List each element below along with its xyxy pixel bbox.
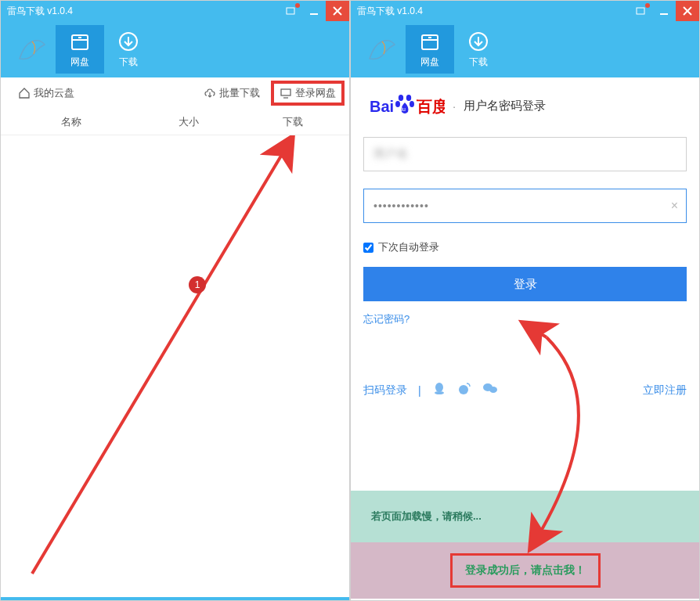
pan-icon-r xyxy=(419,31,441,52)
svg-point-24 xyxy=(406,95,411,101)
step-badge-1: 1 xyxy=(189,276,206,293)
svg-point-26 xyxy=(410,101,414,107)
qr-login-link[interactable]: 扫码登录 xyxy=(363,383,407,398)
tab-pan[interactable]: 网盘 xyxy=(56,25,104,74)
tab-download-r[interactable]: 下载 xyxy=(454,25,503,74)
notify-button[interactable] xyxy=(279,1,302,21)
window-left: 雷鸟下载 v1.0.4 xyxy=(0,0,350,601)
notify-dot-icon xyxy=(295,3,300,8)
wechat-icon[interactable] xyxy=(482,381,498,399)
login-button[interactable]: 登录 xyxy=(363,267,687,301)
svg-rect-13 xyxy=(637,8,644,14)
app-logo xyxy=(9,26,56,73)
batch-download-label: 批量下载 xyxy=(219,86,260,100)
svg-text:百度: 百度 xyxy=(416,98,445,115)
brand-row: Bai du 百度 · 用户名密码登录 xyxy=(363,93,687,118)
register-link[interactable]: 立即注册 xyxy=(643,383,687,398)
svg-point-29 xyxy=(435,383,443,392)
content-bar: 我的云盘 批量下载 登录网盘 xyxy=(1,77,349,109)
clear-icon[interactable]: × xyxy=(671,199,678,213)
svg-rect-0 xyxy=(287,8,294,14)
password-field[interactable]: × xyxy=(363,189,687,223)
auto-login-label: 下次自动登录 xyxy=(378,240,439,254)
baidu-logo: Bai du 百度 xyxy=(370,93,445,118)
svg-line-12 xyxy=(32,140,290,574)
toolbar: 网盘 下载 xyxy=(1,21,349,77)
minimize-button[interactable] xyxy=(302,1,326,21)
my-cloud-label: 我的云盘 xyxy=(34,86,74,100)
svg-text:du: du xyxy=(399,106,406,112)
download-icon xyxy=(117,31,139,52)
svg-point-23 xyxy=(399,95,403,101)
cloud-download-icon xyxy=(204,87,216,99)
svg-point-33 xyxy=(489,387,497,393)
notify-dot-icon-r xyxy=(645,3,650,8)
download-icon-r xyxy=(467,31,489,52)
column-headers: 名称 大小 下载 xyxy=(1,109,349,135)
close-button-r[interactable] xyxy=(676,1,699,21)
file-list: 1 xyxy=(1,135,349,600)
col-name: 名称 xyxy=(1,115,142,129)
window-title-r: 雷鸟下载 v1.0.4 xyxy=(357,5,423,18)
auto-login-checkbox[interactable] xyxy=(363,243,373,253)
login-pan-button[interactable]: 登录网盘 xyxy=(271,81,345,106)
weibo-icon[interactable] xyxy=(457,381,471,399)
home-icon xyxy=(18,87,31,99)
qq-icon[interactable] xyxy=(432,381,446,399)
titlebar-r: 雷鸟下载 v1.0.4 xyxy=(351,1,699,21)
username-masked: 用户名 xyxy=(373,147,409,161)
alt-sep: | xyxy=(418,384,421,397)
app-logo-r xyxy=(359,26,406,73)
username-field[interactable]: 用户名 xyxy=(363,137,687,171)
tab-download-label: 下载 xyxy=(119,56,138,69)
col-size: 大小 xyxy=(142,115,236,129)
password-input[interactable] xyxy=(373,200,677,212)
login-panel: Bai du 百度 · 用户名密码登录 xyxy=(351,77,699,491)
tab-pan-label-r: 网盘 xyxy=(420,56,439,69)
login-pan-label: 登录网盘 xyxy=(295,86,336,100)
svg-rect-6 xyxy=(78,37,81,38)
window-right: 雷鸟下载 v1.0.4 xyxy=(350,0,700,601)
svg-text:Bai: Bai xyxy=(370,98,394,115)
tab-download-label-r: 下载 xyxy=(469,56,488,69)
my-cloud-button[interactable]: 我的云盘 xyxy=(12,83,81,103)
toolbar-r: 网盘 下载 xyxy=(351,21,699,77)
loading-note: 若页面加载慢，请稍候... xyxy=(351,491,699,542)
svg-rect-19 xyxy=(428,37,431,38)
auto-login-row[interactable]: 下次自动登录 xyxy=(363,240,687,254)
annotation-arrow-1 xyxy=(1,135,351,600)
tab-download[interactable]: 下载 xyxy=(104,25,153,74)
monitor-icon xyxy=(280,87,292,99)
login-title: 用户名密码登录 xyxy=(464,99,546,113)
brand-sep: · xyxy=(453,99,456,113)
tab-pan-label: 网盘 xyxy=(70,56,89,69)
alt-login-row: 扫码登录 | 立即注册 xyxy=(363,381,687,399)
window-title: 雷鸟下载 v1.0.4 xyxy=(7,5,73,18)
col-download: 下载 xyxy=(236,115,349,129)
success-click-button[interactable]: 登录成功后，请点击我！ xyxy=(450,553,601,588)
forgot-password-link[interactable]: 忘记密码? xyxy=(363,312,687,326)
pan-icon xyxy=(69,31,91,52)
svg-point-30 xyxy=(435,391,444,394)
minimize-button-r[interactable] xyxy=(652,1,676,21)
success-note-area: 登录成功后，请点击我！ xyxy=(351,542,699,599)
svg-point-31 xyxy=(459,385,468,394)
notify-button-r[interactable] xyxy=(629,1,652,21)
titlebar: 雷鸟下载 v1.0.4 xyxy=(1,1,349,21)
svg-rect-10 xyxy=(281,89,290,95)
batch-download-button[interactable]: 批量下载 xyxy=(197,83,266,103)
close-button[interactable] xyxy=(326,1,349,21)
login-button-label: 登录 xyxy=(514,277,537,292)
tab-pan-r[interactable]: 网盘 xyxy=(406,25,454,74)
bottom-accent xyxy=(1,597,349,600)
